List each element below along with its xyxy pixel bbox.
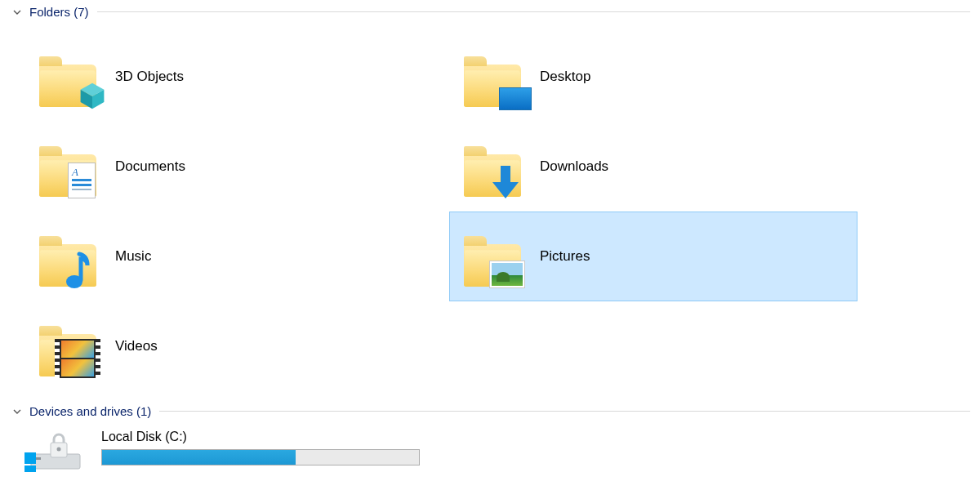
photo-icon: [489, 261, 525, 288]
section-rule: [159, 411, 970, 412]
drive-icon: [24, 430, 90, 472]
section-rule: [97, 11, 970, 12]
folders-grid: 3D Objects Desktop A Documents: [0, 24, 980, 399]
svg-point-9: [57, 448, 61, 452]
chevron-down-icon: [11, 7, 23, 18]
folder-label: Downloads: [540, 158, 608, 175]
folder-item-desktop[interactable]: Desktop: [449, 32, 858, 122]
folder-label: Documents: [115, 158, 185, 175]
chevron-down-icon: [11, 406, 23, 417]
folder-label: Desktop: [540, 69, 590, 85]
folder-icon-music: [33, 226, 102, 287]
drive-body: Local Disk (C:): [101, 430, 428, 466]
folder-label: Music: [115, 248, 151, 265]
folder-label: Videos: [115, 338, 158, 354]
monitor-icon: [499, 87, 532, 110]
svg-rect-7: [24, 466, 36, 472]
cube-icon: [78, 81, 107, 110]
folder-item-pictures[interactable]: Pictures: [449, 212, 858, 301]
folder-item-documents[interactable]: A Documents: [24, 122, 433, 212]
folder-icon-downloads: [458, 136, 527, 197]
drive-label: Local Disk (C:): [101, 430, 428, 444]
folder-icon-documents: A: [33, 136, 102, 197]
folder-icon-3d-objects: [33, 47, 102, 107]
drive-item-local-disk-c[interactable]: Local Disk (C:): [0, 423, 980, 472]
folder-item-downloads[interactable]: Downloads: [449, 122, 858, 212]
folder-label: 3D Objects: [115, 69, 184, 85]
film-icon: [60, 339, 96, 378]
drive-capacity-fill: [102, 450, 296, 465]
folder-item-videos[interactable]: Videos: [24, 301, 433, 391]
section-title: Devices and drives (1): [29, 404, 151, 418]
section-header-drives[interactable]: Devices and drives (1): [0, 399, 980, 423]
folder-icon-videos: [33, 316, 102, 376]
section-title: Folders (7): [29, 5, 89, 19]
folder-label: Pictures: [540, 248, 590, 265]
download-arrow-icon: [489, 164, 522, 200]
music-note-icon: [63, 251, 91, 290]
document-icon: A: [68, 163, 96, 198]
section-header-folders[interactable]: Folders (7): [0, 0, 980, 24]
folder-icon-desktop: [458, 47, 527, 107]
svg-point-3: [66, 275, 82, 288]
folder-item-3d-objects[interactable]: 3D Objects: [24, 32, 433, 122]
folder-item-music[interactable]: Music: [24, 212, 433, 301]
svg-rect-6: [24, 452, 36, 464]
folder-icon-pictures: [458, 226, 527, 287]
drive-capacity-bar: [101, 449, 420, 466]
